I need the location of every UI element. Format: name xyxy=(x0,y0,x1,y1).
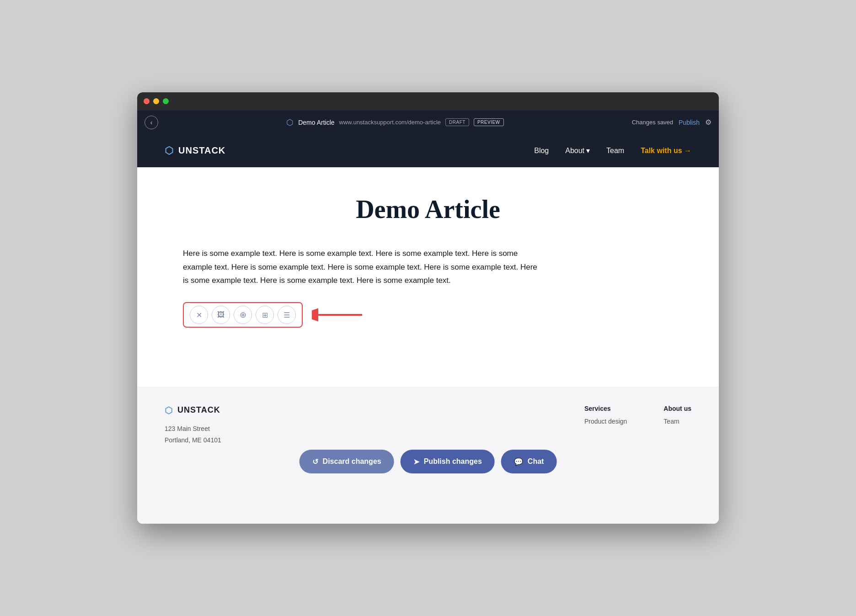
publish-icon: ➤ xyxy=(413,457,419,466)
red-arrow-icon xyxy=(312,308,367,322)
arrow-indicator xyxy=(312,308,367,322)
footer-links-section: Services Product design About us Team xyxy=(584,405,691,446)
footer-col-services: Services Product design xyxy=(584,405,627,446)
footer-address: 123 Main Street Portland, ME 04101 xyxy=(165,423,557,446)
add-block-button[interactable]: ⊕ xyxy=(234,306,252,324)
publish-link[interactable]: Publish xyxy=(679,119,700,126)
back-button[interactable]: ‹ xyxy=(144,116,158,129)
footer-col-about: About us Team xyxy=(663,405,691,446)
draft-badge: DRAFT xyxy=(445,118,469,126)
article-area: Demo Article Here is some example text. … xyxy=(137,167,719,387)
grid-icon: ⊞ xyxy=(262,311,268,319)
nav-blog-link[interactable]: Blog xyxy=(534,147,549,155)
grid-block-button[interactable]: ⊞ xyxy=(256,306,274,324)
list-icon: ☰ xyxy=(284,311,290,319)
article-type-icon: ⬡ xyxy=(286,117,294,127)
close-icon: ✕ xyxy=(196,311,202,319)
nav-cta-link[interactable]: Talk with us → xyxy=(641,147,691,155)
article-title[interactable]: Demo Article xyxy=(183,195,673,224)
list-block-button[interactable]: ☰ xyxy=(278,306,296,324)
title-bar xyxy=(137,92,719,111)
footer-link-team[interactable]: Team xyxy=(663,418,691,425)
chat-icon: 💬 xyxy=(514,457,523,466)
site-logo-text: UNSTACK xyxy=(178,145,225,156)
site-logo: ⬡ UNSTACK xyxy=(165,145,534,157)
footer-logo-text: UNSTACK xyxy=(177,405,220,415)
close-button[interactable] xyxy=(144,98,150,104)
footer-col-services-heading: Services xyxy=(584,405,627,412)
image-icon: 🖼 xyxy=(217,311,225,319)
article-name-label: Demo Article xyxy=(298,119,334,126)
site-nav-links: Blog About ▾ Team Talk with us → xyxy=(534,146,691,155)
block-toolbar-wrapper: ✕ 🖼 ⊕ ⊞ ☰ xyxy=(183,302,673,328)
footer-col-about-heading: About us xyxy=(663,405,691,412)
remove-block-button[interactable]: ✕ xyxy=(190,306,208,324)
footer-logo-section: ⬡ UNSTACK 123 Main Street Portland, ME 0… xyxy=(165,405,557,446)
bottom-spacer xyxy=(137,483,719,524)
fullscreen-button[interactable] xyxy=(163,98,169,104)
footer-address-line1: 123 Main Street xyxy=(165,423,557,435)
discard-changes-button[interactable]: ↺ Discard changes xyxy=(300,450,394,473)
toolbar-right: Changes saved Publish ⚙ xyxy=(632,118,712,127)
footer-link-product-design[interactable]: Product design xyxy=(584,418,627,425)
article-body[interactable]: Here is some example text. Here is some … xyxy=(183,247,540,287)
article-url-label: www.unstacksupport.com/demo-article xyxy=(339,119,441,126)
publish-changes-button[interactable]: ➤ Publish changes xyxy=(401,450,495,473)
preview-frame: ⬡ UNSTACK Blog About ▾ Team Talk with us… xyxy=(137,134,719,483)
block-toolbar: ✕ 🖼 ⊕ ⊞ ☰ xyxy=(183,302,303,328)
preview-badge[interactable]: PREVIEW xyxy=(474,118,504,126)
plus-icon: ⊕ xyxy=(240,310,246,320)
footer-logo-icon: ⬡ xyxy=(165,405,173,416)
logo-icon: ⬡ xyxy=(165,145,174,157)
discard-icon: ↺ xyxy=(312,457,318,466)
changes-saved-label: Changes saved xyxy=(632,119,673,126)
back-arrow-icon: ‹ xyxy=(150,119,153,126)
site-nav: ⬡ UNSTACK Blog About ▾ Team Talk with us… xyxy=(137,134,719,167)
toolbar-center: ⬡ Demo Article www.unstacksupport.com/de… xyxy=(166,117,625,127)
image-block-button[interactable]: 🖼 xyxy=(212,306,230,324)
nav-team-link[interactable]: Team xyxy=(606,147,624,155)
footer-logo: ⬡ UNSTACK xyxy=(165,405,557,416)
footer-top: ⬡ UNSTACK 123 Main Street Portland, ME 0… xyxy=(165,405,691,446)
editor-toolbar: ‹ ⬡ Demo Article www.unstacksupport.com/… xyxy=(137,111,719,134)
app-window: ‹ ⬡ Demo Article www.unstacksupport.com/… xyxy=(137,92,719,524)
settings-icon[interactable]: ⚙ xyxy=(705,118,712,127)
chat-button[interactable]: 💬 Chat xyxy=(501,450,557,473)
minimize-button[interactable] xyxy=(153,98,159,104)
chevron-down-icon: ▾ xyxy=(586,146,590,155)
bottom-action-bar: ↺ Discard changes ➤ Publish changes 💬 Ch… xyxy=(300,450,557,473)
footer-address-line2: Portland, ME 04101 xyxy=(165,435,557,446)
nav-about-link[interactable]: About ▾ xyxy=(565,146,590,155)
